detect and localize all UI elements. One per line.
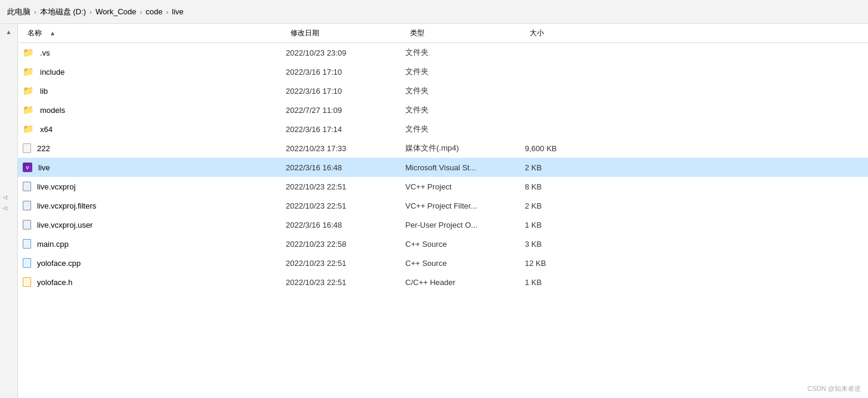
folder-icon: 📁 (23, 47, 34, 58)
left-panel: ▲ ◁ ◁ (0, 24, 18, 398)
vs-icon: V (23, 163, 32, 172)
table-row[interactable]: 📁 lib 2022/3/16 17:10 文件夹 (18, 81, 868, 100)
breadcrumb-workcode[interactable]: Work_Code (96, 7, 136, 16)
file-name: live (38, 163, 50, 172)
cell-size-8: 2 KB (525, 201, 597, 210)
column-headers: 名称 ▲ 修改日期 类型 大小 (18, 24, 868, 43)
cell-size-9: 1 KB (525, 221, 597, 229)
breadcrumb-bar: 此电脑 › 本地磁盘 (D:) › Work_Code › code › liv… (0, 0, 868, 24)
cell-name-11: yoloface.cpp (23, 258, 286, 268)
folder-icon: 📁 (23, 85, 34, 96)
cell-date-11: 2022/10/23 22:51 (286, 259, 405, 268)
file-name: yoloface.h (37, 278, 72, 287)
breadcrumb-pc[interactable]: 此电脑 (7, 7, 30, 17)
table-row[interactable]: live.vcxproj 2022/10/23 22:51 VC++ Proje… (18, 177, 868, 196)
file-name: .vs (40, 48, 50, 57)
cell-type-4: 文件夹 (405, 124, 525, 134)
main-container: ▲ ◁ ◁ 名称 ▲ 修改日期 类型 大小 📁 (0, 24, 868, 398)
table-row[interactable]: 📁 models 2022/7/27 11:09 文件夹 (18, 100, 868, 120)
cell-name-0: 📁 .vs (23, 47, 286, 58)
table-row[interactable]: 📁 .vs 2022/10/23 23:09 文件夹 (18, 43, 868, 62)
cell-date-4: 2022/3/16 17:14 (286, 125, 405, 134)
mp4-icon (23, 143, 31, 153)
breadcrumb-disk[interactable]: 本地磁盘 (D:) (40, 7, 86, 17)
cell-name-10: main.cpp (23, 239, 286, 249)
table-row[interactable]: 📁 x64 2022/3/16 17:14 文件夹 (18, 120, 868, 139)
left-side-arrow-1[interactable]: ◁ (0, 192, 10, 202)
cell-date-0: 2022/10/23 23:09 (286, 48, 405, 57)
cell-date-3: 2022/7/27 11:09 (286, 106, 405, 115)
sep-3: › (140, 8, 142, 16)
cell-name-7: live.vcxproj (23, 182, 286, 191)
cpp-icon (23, 239, 31, 249)
cell-size-10: 3 KB (525, 240, 597, 249)
cell-date-12: 2022/10/23 22:51 (286, 278, 405, 287)
h-icon (23, 277, 31, 287)
file-list-container: 名称 ▲ 修改日期 类型 大小 📁 .vs 2022/10/23 23:09 文… (18, 24, 868, 398)
breadcrumb-live: live (172, 7, 184, 16)
cell-type-2: 文件夹 (405, 85, 525, 96)
cell-type-5: 媒体文件(.mp4) (405, 143, 525, 154)
folder-icon: 📁 (23, 124, 34, 134)
col-header-size[interactable]: 大小 (525, 24, 597, 42)
up-arrow[interactable]: ▲ (6, 29, 12, 35)
cell-date-1: 2022/3/16 17:10 (286, 68, 405, 76)
table-row[interactable]: main.cpp 2022/10/23 22:58 C++ Source 3 K… (18, 234, 868, 253)
sort-arrow-name[interactable]: ▲ (47, 27, 59, 39)
file-name: yoloface.cpp (37, 259, 81, 268)
table-row[interactable]: yoloface.h 2022/10/23 22:51 C/C++ Header… (18, 273, 868, 292)
vcxproj-icon (23, 220, 31, 229)
col-header-type[interactable]: 类型 (405, 24, 525, 42)
cell-name-4: 📁 x64 (23, 124, 286, 134)
cell-name-2: 📁 lib (23, 85, 286, 96)
cell-name-3: 📁 models (23, 105, 286, 115)
folder-icon: 📁 (23, 66, 34, 77)
cell-size-11: 12 KB (525, 259, 597, 268)
file-name: x64 (40, 125, 53, 134)
file-name: main.cpp (37, 240, 69, 249)
cell-date-9: 2022/3/16 16:48 (286, 221, 405, 229)
file-name: live.vcxproj (37, 182, 75, 191)
cell-type-12: C/C++ Header (405, 278, 525, 287)
cell-size-5: 9,600 KB (525, 144, 597, 153)
cell-name-1: 📁 include (23, 66, 286, 77)
cell-type-6: Microsoft Visual St... (405, 163, 525, 172)
file-name: models (40, 106, 65, 115)
breadcrumb-code[interactable]: code (146, 7, 163, 16)
col-header-date[interactable]: 修改日期 (286, 24, 405, 42)
table-row[interactable]: V live 2022/3/16 16:48 Microsoft Visual … (18, 158, 868, 177)
file-name: include (40, 68, 65, 76)
folder-icon: 📁 (23, 105, 34, 115)
cell-type-1: 文件夹 (405, 66, 525, 77)
left-side-arrow-2[interactable]: ◁ (0, 203, 10, 213)
cell-name-5: 222 (23, 143, 286, 153)
file-name: live.vcxproj.filters (37, 201, 96, 210)
cell-name-9: live.vcxproj.user (23, 220, 286, 229)
file-name: lib (40, 87, 48, 96)
file-name: live.vcxproj.user (37, 221, 93, 229)
vcxproj-icon (23, 201, 31, 210)
cell-type-8: VC++ Project Filter... (405, 201, 525, 210)
cell-date-7: 2022/10/23 22:51 (286, 182, 405, 191)
table-row[interactable]: yoloface.cpp 2022/10/23 22:51 C++ Source… (18, 253, 868, 273)
file-name: 222 (37, 144, 50, 153)
file-list[interactable]: 📁 .vs 2022/10/23 23:09 文件夹 📁 include 202… (18, 43, 868, 398)
cell-name-6: V live (23, 163, 286, 172)
table-row[interactable]: live.vcxproj.user 2022/3/16 16:48 Per-Us… (18, 215, 868, 234)
sep-4: › (166, 8, 169, 16)
sep-1: › (34, 8, 36, 16)
table-row[interactable]: 📁 include 2022/3/16 17:10 文件夹 (18, 62, 868, 81)
cell-date-8: 2022/10/23 22:51 (286, 201, 405, 210)
watermark: CSDN @知来者逆 (808, 384, 861, 393)
table-row[interactable]: 222 2022/10/23 17:33 媒体文件(.mp4) 9,600 KB (18, 139, 868, 158)
cell-size-6: 2 KB (525, 163, 597, 172)
cell-type-9: Per-User Project O... (405, 221, 525, 229)
cell-date-2: 2022/3/16 17:10 (286, 87, 405, 96)
vcxproj-icon (23, 182, 31, 191)
cell-type-11: C++ Source (405, 259, 525, 268)
cell-size-7: 8 KB (525, 182, 597, 191)
table-row[interactable]: live.vcxproj.filters 2022/10/23 22:51 VC… (18, 196, 868, 215)
cell-name-12: yoloface.h (23, 277, 286, 287)
col-header-name[interactable]: 名称 ▲ (23, 24, 286, 42)
sep-2: › (90, 8, 92, 16)
